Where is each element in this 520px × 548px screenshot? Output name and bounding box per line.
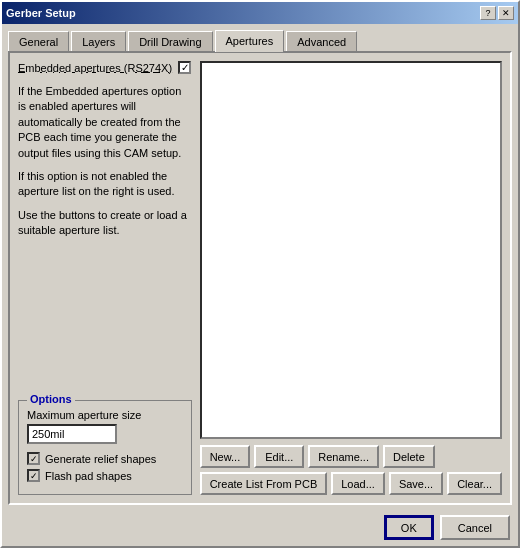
edit-button[interactable]: Edit... bbox=[254, 445, 304, 468]
clear-button[interactable]: Clear... bbox=[447, 472, 502, 495]
embedded-apertures-checkbox[interactable]: ✓ bbox=[178, 61, 191, 74]
tab-general[interactable]: General bbox=[8, 31, 69, 51]
left-panel: Embedded apertures (RS274X) ✓ If the Emb… bbox=[18, 61, 192, 495]
right-panel: New... Edit... Rename... Delete Create L… bbox=[200, 61, 502, 495]
bottom-bar: OK Cancel bbox=[2, 511, 518, 546]
options-legend: Options bbox=[27, 393, 75, 405]
description-3: Use the buttons to create or load a suit… bbox=[18, 208, 192, 239]
ok-button[interactable]: OK bbox=[384, 515, 434, 540]
aperture-list[interactable] bbox=[200, 61, 502, 439]
title-bar-text: Gerber Setup bbox=[6, 7, 76, 19]
save-button[interactable]: Save... bbox=[389, 472, 443, 495]
tab-layers[interactable]: Layers bbox=[71, 31, 126, 51]
flash-pad-row: Flash pad shapes bbox=[27, 469, 183, 482]
buttons-area: New... Edit... Rename... Delete Create L… bbox=[200, 445, 502, 495]
description-2: If this option is not enabled the apertu… bbox=[18, 169, 192, 200]
flash-pad-label: Flash pad shapes bbox=[45, 470, 132, 482]
gerber-setup-dialog: Gerber Setup ? ✕ General Layers Drill Dr… bbox=[0, 0, 520, 548]
new-button[interactable]: New... bbox=[200, 445, 251, 468]
title-bar: Gerber Setup ? ✕ bbox=[2, 2, 518, 24]
cancel-button[interactable]: Cancel bbox=[440, 515, 510, 540]
embedded-apertures-label: Embedded apertures (RS274X) bbox=[18, 62, 172, 74]
generate-relief-row: Generate relief shapes bbox=[27, 452, 183, 465]
main-layout: Embedded apertures (RS274X) ✓ If the Emb… bbox=[18, 61, 502, 495]
rename-button[interactable]: Rename... bbox=[308, 445, 379, 468]
create-list-button[interactable]: Create List From PCB bbox=[200, 472, 328, 495]
generate-relief-checkbox[interactable] bbox=[27, 452, 40, 465]
tab-apertures[interactable]: Apertures bbox=[215, 30, 285, 52]
max-aperture-label: Maximum aperture size bbox=[27, 409, 183, 421]
tab-advanced[interactable]: Advanced bbox=[286, 31, 357, 51]
button-row-1: New... Edit... Rename... Delete bbox=[200, 445, 502, 468]
embedded-apertures-row: Embedded apertures (RS274X) ✓ bbox=[18, 61, 192, 74]
content-area: Embedded apertures (RS274X) ✓ If the Emb… bbox=[8, 51, 512, 505]
flash-pad-checkbox[interactable] bbox=[27, 469, 40, 482]
max-aperture-input[interactable] bbox=[27, 424, 117, 444]
generate-relief-label: Generate relief shapes bbox=[45, 453, 156, 465]
options-group: Options Maximum aperture size Generate r… bbox=[18, 400, 192, 495]
load-button[interactable]: Load... bbox=[331, 472, 385, 495]
help-button[interactable]: ? bbox=[480, 6, 496, 20]
description-1: If the Embedded apertures option is enab… bbox=[18, 84, 192, 161]
tab-bar: General Layers Drill Drawing Apertures A… bbox=[2, 26, 518, 51]
close-button[interactable]: ✕ bbox=[498, 6, 514, 20]
button-row-2: Create List From PCB Load... Save... Cle… bbox=[200, 472, 502, 495]
delete-button[interactable]: Delete bbox=[383, 445, 435, 468]
tab-drill-drawing[interactable]: Drill Drawing bbox=[128, 31, 212, 51]
title-bar-controls: ? ✕ bbox=[480, 6, 514, 20]
